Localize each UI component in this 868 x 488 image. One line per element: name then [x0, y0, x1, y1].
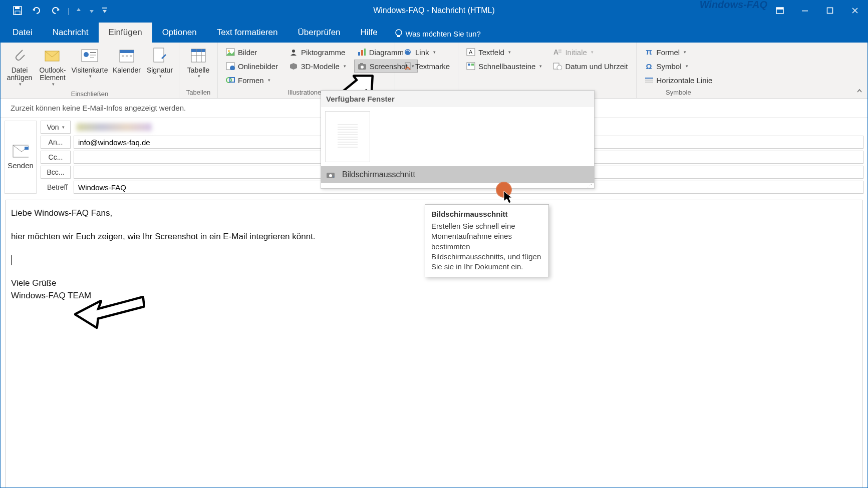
- icons-icon: [289, 48, 298, 57]
- body-line: Viele Grüße: [11, 277, 857, 290]
- svg-rect-34: [358, 52, 360, 56]
- table-button[interactable]: Tabelle▾: [182, 45, 214, 81]
- shapes-icon: [226, 76, 235, 85]
- send-button[interactable]: Senden: [5, 121, 37, 194]
- screen-clipping-item[interactable]: + Bildschirmausschnitt: [321, 166, 594, 183]
- textbox-button[interactable]: A Textfeld▾: [463, 46, 545, 59]
- resize-grip-icon[interactable]: ⋰: [321, 183, 594, 188]
- svg-point-58: [329, 174, 332, 177]
- tab-help[interactable]: Hilfe: [351, 23, 388, 43]
- envelope-icon: [13, 145, 29, 157]
- svg-point-38: [361, 66, 364, 69]
- redo-button[interactable]: [48, 3, 64, 19]
- svg-rect-13: [90, 52, 96, 53]
- svg-rect-36: [364, 49, 366, 56]
- svg-point-33: [292, 50, 295, 53]
- svg-text:A: A: [553, 48, 558, 56]
- tab-options[interactable]: Optionen: [152, 23, 207, 43]
- pi-icon: π: [645, 48, 654, 57]
- window-thumbnail[interactable]: [325, 111, 370, 162]
- to-button[interactable]: An...: [41, 136, 71, 149]
- horizontal-line-button[interactable]: Horizontale Linie: [642, 74, 716, 87]
- maximize-button[interactable]: [817, 1, 842, 21]
- hline-icon: [645, 76, 654, 85]
- svg-rect-49: [558, 52, 561, 53]
- svg-rect-46: [471, 64, 474, 66]
- save-button[interactable]: [10, 3, 26, 19]
- svg-rect-23: [191, 49, 205, 52]
- svg-rect-53: [645, 80, 653, 81]
- quickparts-button[interactable]: Schnellbausteine▾: [463, 60, 545, 73]
- attach-file-button[interactable]: Datei anfügen▾: [4, 45, 36, 89]
- camera-clip-icon: +: [326, 170, 335, 179]
- watermark: Windows-FAQ: [700, 0, 767, 11]
- link-button[interactable]: Link▾: [400, 46, 453, 59]
- subject-label: Betreff: [41, 183, 71, 191]
- quickparts-icon: [466, 62, 475, 71]
- business-card-button[interactable]: Visitenkarte▾: [70, 45, 110, 81]
- tab-insert[interactable]: Einfügen: [99, 23, 152, 43]
- datetime-button[interactable]: Datum und Uhrzeit: [550, 60, 631, 73]
- svg-rect-3: [102, 8, 107, 9]
- ribbon-display-options[interactable]: [767, 1, 792, 21]
- ribbon-group-symbols: π Formel▾ Ω Symbol▾ Horizontale Linie Sy…: [637, 43, 721, 98]
- online-pictures-button[interactable]: Onlinebilder: [223, 60, 281, 73]
- paperclip-icon: [11, 47, 29, 65]
- svg-rect-56: [25, 147, 29, 150]
- from-button[interactable]: Von ▾: [41, 121, 71, 134]
- qat-arrow-down[interactable]: [87, 3, 97, 19]
- signature-button[interactable]: Signatur▾: [144, 45, 176, 81]
- qat-arrow-up[interactable]: [74, 3, 84, 19]
- svg-rect-1: [15, 7, 20, 9]
- textbox-icon: A: [466, 48, 475, 57]
- calendar-button[interactable]: Kalender: [111, 45, 143, 76]
- dropcap-button[interactable]: A Initiale▾: [550, 46, 631, 59]
- svg-rect-17: [120, 50, 134, 53]
- svg-rect-6: [802, 11, 808, 12]
- qat-customize[interactable]: [100, 3, 110, 19]
- title-bar: | Windows-FAQ - Nachricht (HTML) Windows…: [1, 1, 867, 21]
- signature-icon: [151, 47, 169, 65]
- svg-rect-7: [827, 8, 833, 14]
- online-pictures-icon: [226, 62, 235, 71]
- tab-review[interactable]: Überprüfen: [288, 23, 351, 43]
- svg-rect-20: [130, 55, 132, 57]
- shapes-button[interactable]: Formen▾: [223, 74, 281, 87]
- tab-message[interactable]: Nachricht: [43, 23, 99, 43]
- svg-rect-19: [126, 55, 128, 57]
- equation-button[interactable]: π Formel▾: [642, 46, 716, 59]
- minimize-button[interactable]: [792, 1, 817, 21]
- window-thumbnails: [321, 107, 594, 166]
- tab-strip: Datei Nachricht Einfügen Optionen Text f…: [1, 21, 867, 43]
- datetime-icon: [553, 62, 562, 71]
- close-button[interactable]: [842, 1, 867, 21]
- bookmark-icon: [403, 62, 412, 71]
- mouse-cursor-icon: [503, 190, 513, 204]
- camera-icon: [358, 62, 367, 71]
- tooltip-body: Erstellen Sie schnell eine Momentaufnahm…: [431, 221, 542, 272]
- symbol-button[interactable]: Ω Symbol▾: [642, 60, 716, 73]
- svg-rect-15: [90, 57, 94, 58]
- svg-rect-21: [154, 48, 164, 62]
- pictures-button[interactable]: Bilder: [223, 46, 281, 59]
- undo-button[interactable]: [29, 3, 45, 19]
- tab-file[interactable]: Datei: [3, 23, 43, 43]
- business-card-icon: [81, 47, 99, 65]
- tell-me-search[interactable]: Was möchten Sie tun?: [388, 25, 488, 43]
- svg-rect-9: [397, 36, 400, 37]
- bookmark-button[interactable]: Textmarke: [400, 60, 453, 73]
- collapse-ribbon-button[interactable]: [854, 86, 864, 96]
- annotation-arrow-icon: [73, 291, 148, 331]
- group-label-symbols: Symbole: [640, 88, 718, 98]
- svg-rect-52: [645, 78, 653, 79]
- tab-format-text[interactable]: Text formatieren: [207, 23, 288, 43]
- outlook-item-icon: [44, 47, 62, 65]
- from-value: [74, 121, 164, 134]
- cc-button[interactable]: Cc...: [41, 151, 71, 164]
- outlook-item-button[interactable]: Outlook-Element▾: [37, 45, 69, 89]
- icons-button[interactable]: Piktogramme: [286, 46, 349, 59]
- cube-icon: [289, 62, 298, 71]
- bcc-button[interactable]: Bcc...: [41, 166, 71, 179]
- svg-rect-54: [645, 82, 653, 83]
- lightbulb-icon: [395, 29, 403, 39]
